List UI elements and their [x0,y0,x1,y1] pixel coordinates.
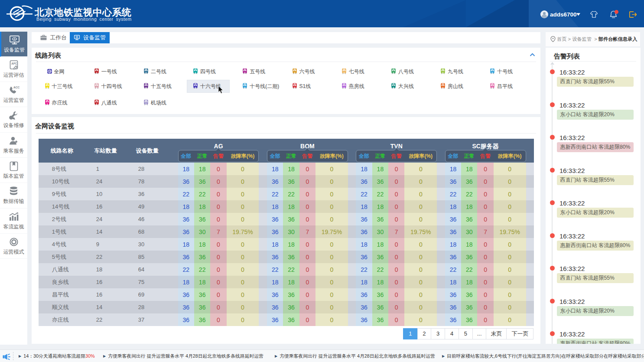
svg-text:ACC: ACC [13,86,20,89]
svg-text:AFC: AFC [11,62,17,65]
